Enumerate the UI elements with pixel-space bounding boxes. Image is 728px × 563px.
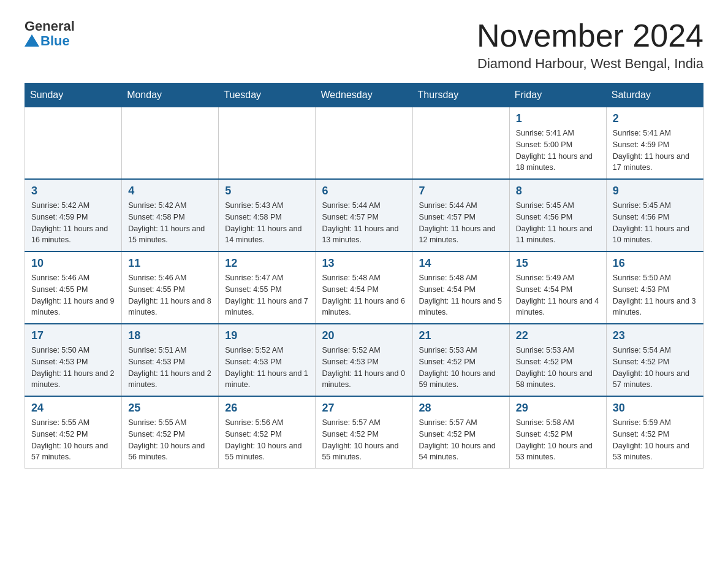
calendar-week-row: 10Sunrise: 5:46 AMSunset: 4:55 PMDayligh… (25, 251, 703, 324)
day-info: Sunrise: 5:47 AMSunset: 4:55 PMDaylight:… (225, 272, 309, 318)
logo-triangle-icon (25, 34, 39, 47)
day-info: Sunrise: 5:42 AMSunset: 4:59 PMDaylight:… (31, 200, 115, 246)
calendar-cell: 8Sunrise: 5:45 AMSunset: 4:56 PMDaylight… (509, 179, 606, 251)
logo: General Blue (25, 18, 75, 49)
day-info: Sunrise: 5:48 AMSunset: 4:54 PMDaylight:… (322, 272, 406, 318)
day-info: Sunrise: 5:41 AMSunset: 5:00 PMDaylight:… (516, 128, 600, 174)
day-number: 1 (516, 112, 600, 125)
calendar-cell: 20Sunrise: 5:52 AMSunset: 4:53 PMDayligh… (316, 324, 412, 396)
calendar-cell: 30Sunrise: 5:59 AMSunset: 4:52 PMDayligh… (606, 396, 703, 469)
day-number: 15 (516, 257, 600, 270)
day-info: Sunrise: 5:54 AMSunset: 4:52 PMDaylight:… (613, 345, 697, 391)
day-info: Sunrise: 5:58 AMSunset: 4:52 PMDaylight:… (516, 417, 600, 463)
calendar-subtitle: Diamond Harbour, West Bengal, India (477, 56, 703, 72)
day-info: Sunrise: 5:52 AMSunset: 4:53 PMDaylight:… (225, 345, 309, 391)
day-info: Sunrise: 5:50 AMSunset: 4:53 PMDaylight:… (613, 272, 697, 318)
title-block: November 2024 Diamond Harbour, West Beng… (477, 18, 703, 72)
day-number: 6 (322, 185, 406, 197)
day-number: 26 (225, 402, 309, 415)
day-info: Sunrise: 5:46 AMSunset: 4:55 PMDaylight:… (128, 272, 212, 318)
calendar-cell (25, 107, 122, 180)
day-number: 21 (419, 329, 503, 342)
calendar-week-row: 24Sunrise: 5:55 AMSunset: 4:52 PMDayligh… (25, 396, 703, 469)
day-number: 27 (322, 402, 406, 415)
day-number: 8 (516, 185, 600, 197)
day-info: Sunrise: 5:48 AMSunset: 4:54 PMDaylight:… (419, 272, 503, 318)
day-header-wednesday: Wednesday (316, 83, 412, 107)
day-number: 25 (128, 402, 212, 415)
day-number: 10 (31, 257, 115, 270)
day-info: Sunrise: 5:50 AMSunset: 4:53 PMDaylight:… (31, 345, 115, 391)
day-number: 3 (31, 185, 115, 197)
page-header: General Blue November 2024 Diamond Harbo… (25, 18, 703, 72)
day-info: Sunrise: 5:57 AMSunset: 4:52 PMDaylight:… (322, 417, 406, 463)
calendar-header-row: SundayMondayTuesdayWednesdayThursdayFrid… (25, 83, 703, 107)
day-info: Sunrise: 5:46 AMSunset: 4:55 PMDaylight:… (31, 272, 115, 318)
calendar-cell (219, 107, 316, 180)
day-header-thursday: Thursday (412, 83, 509, 107)
calendar-cell: 1Sunrise: 5:41 AMSunset: 5:00 PMDaylight… (509, 107, 606, 180)
day-number: 18 (128, 329, 212, 342)
day-number: 23 (613, 329, 697, 342)
calendar-cell: 21Sunrise: 5:53 AMSunset: 4:52 PMDayligh… (412, 324, 509, 396)
calendar-table: SundayMondayTuesdayWednesdayThursdayFrid… (25, 83, 703, 469)
day-info: Sunrise: 5:59 AMSunset: 4:52 PMDaylight:… (613, 417, 697, 463)
day-info: Sunrise: 5:51 AMSunset: 4:53 PMDaylight:… (128, 345, 212, 391)
calendar-cell: 6Sunrise: 5:44 AMSunset: 4:57 PMDaylight… (316, 179, 412, 251)
calendar-week-row: 1Sunrise: 5:41 AMSunset: 5:00 PMDaylight… (25, 107, 703, 180)
day-number: 9 (613, 185, 697, 197)
day-info: Sunrise: 5:42 AMSunset: 4:58 PMDaylight:… (128, 200, 212, 246)
day-info: Sunrise: 5:44 AMSunset: 4:57 PMDaylight:… (419, 200, 503, 246)
logo-blue-text: Blue (40, 33, 70, 49)
logo-general-text: General (25, 18, 75, 34)
day-header-saturday: Saturday (606, 83, 703, 107)
day-number: 17 (31, 329, 115, 342)
calendar-cell: 3Sunrise: 5:42 AMSunset: 4:59 PMDaylight… (25, 179, 122, 251)
calendar-cell: 18Sunrise: 5:51 AMSunset: 4:53 PMDayligh… (122, 324, 219, 396)
calendar-cell: 24Sunrise: 5:55 AMSunset: 4:52 PMDayligh… (25, 396, 122, 469)
day-info: Sunrise: 5:53 AMSunset: 4:52 PMDaylight:… (516, 345, 600, 391)
calendar-cell: 12Sunrise: 5:47 AMSunset: 4:55 PMDayligh… (219, 251, 316, 324)
day-info: Sunrise: 5:45 AMSunset: 4:56 PMDaylight:… (516, 200, 600, 246)
calendar-week-row: 17Sunrise: 5:50 AMSunset: 4:53 PMDayligh… (25, 324, 703, 396)
calendar-cell: 14Sunrise: 5:48 AMSunset: 4:54 PMDayligh… (412, 251, 509, 324)
calendar-cell: 9Sunrise: 5:45 AMSunset: 4:56 PMDaylight… (606, 179, 703, 251)
calendar-cell: 26Sunrise: 5:56 AMSunset: 4:52 PMDayligh… (219, 396, 316, 469)
calendar-cell: 16Sunrise: 5:50 AMSunset: 4:53 PMDayligh… (606, 251, 703, 324)
day-number: 22 (516, 329, 600, 342)
calendar-cell (412, 107, 509, 180)
day-number: 24 (31, 402, 115, 415)
day-info: Sunrise: 5:55 AMSunset: 4:52 PMDaylight:… (128, 417, 212, 463)
calendar-cell: 15Sunrise: 5:49 AMSunset: 4:54 PMDayligh… (509, 251, 606, 324)
day-info: Sunrise: 5:52 AMSunset: 4:53 PMDaylight:… (322, 345, 406, 391)
day-info: Sunrise: 5:57 AMSunset: 4:52 PMDaylight:… (419, 417, 503, 463)
day-header-friday: Friday (509, 83, 606, 107)
day-info: Sunrise: 5:53 AMSunset: 4:52 PMDaylight:… (419, 345, 503, 391)
day-number: 4 (128, 185, 212, 197)
day-number: 19 (225, 329, 309, 342)
calendar-title: November 2024 (477, 18, 703, 53)
calendar-cell: 4Sunrise: 5:42 AMSunset: 4:58 PMDaylight… (122, 179, 219, 251)
calendar-cell: 28Sunrise: 5:57 AMSunset: 4:52 PMDayligh… (412, 396, 509, 469)
calendar-cell: 25Sunrise: 5:55 AMSunset: 4:52 PMDayligh… (122, 396, 219, 469)
calendar-cell: 5Sunrise: 5:43 AMSunset: 4:58 PMDaylight… (219, 179, 316, 251)
day-number: 14 (419, 257, 503, 270)
calendar-week-row: 3Sunrise: 5:42 AMSunset: 4:59 PMDaylight… (25, 179, 703, 251)
day-header-monday: Monday (122, 83, 219, 107)
day-info: Sunrise: 5:55 AMSunset: 4:52 PMDaylight:… (31, 417, 115, 463)
calendar-cell: 19Sunrise: 5:52 AMSunset: 4:53 PMDayligh… (219, 324, 316, 396)
calendar-cell: 17Sunrise: 5:50 AMSunset: 4:53 PMDayligh… (25, 324, 122, 396)
day-info: Sunrise: 5:49 AMSunset: 4:54 PMDaylight:… (516, 272, 600, 318)
day-number: 20 (322, 329, 406, 342)
day-number: 2 (613, 112, 697, 125)
day-number: 5 (225, 185, 309, 197)
day-number: 30 (613, 402, 697, 415)
day-header-tuesday: Tuesday (219, 83, 316, 107)
calendar-cell: 10Sunrise: 5:46 AMSunset: 4:55 PMDayligh… (25, 251, 122, 324)
calendar-cell: 29Sunrise: 5:58 AMSunset: 4:52 PMDayligh… (509, 396, 606, 469)
day-header-sunday: Sunday (25, 83, 122, 107)
day-number: 7 (419, 185, 503, 197)
day-number: 29 (516, 402, 600, 415)
calendar-cell: 22Sunrise: 5:53 AMSunset: 4:52 PMDayligh… (509, 324, 606, 396)
day-number: 12 (225, 257, 309, 270)
